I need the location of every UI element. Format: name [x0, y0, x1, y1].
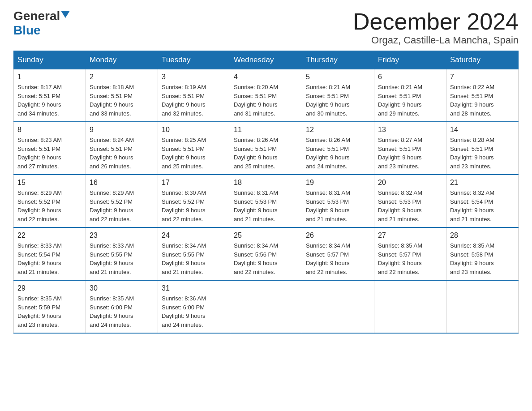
day-info: Sunrise: 8:34 AMSunset: 5:56 PMDaylight:… [234, 241, 298, 276]
day-number: 23 [90, 231, 154, 240]
week-row-4: 22Sunrise: 8:33 AMSunset: 5:54 PMDayligh… [14, 227, 519, 280]
week-row-1: 1Sunrise: 8:17 AMSunset: 5:51 PMDaylight… [14, 69, 519, 122]
day-number: 9 [90, 126, 154, 134]
day-number: 4 [234, 73, 298, 81]
calendar-cell: 26Sunrise: 8:34 AMSunset: 5:57 PMDayligh… [302, 227, 374, 280]
day-number: 22 [17, 231, 82, 240]
day-number: 21 [450, 179, 515, 187]
day-info: Sunrise: 8:34 AMSunset: 5:55 PMDaylight:… [162, 241, 226, 276]
calendar-cell: 3Sunrise: 8:19 AMSunset: 5:51 PMDaylight… [158, 69, 230, 122]
day-number: 30 [90, 284, 154, 292]
day-info: Sunrise: 8:24 AMSunset: 5:51 PMDaylight:… [90, 136, 154, 171]
week-row-2: 8Sunrise: 8:23 AMSunset: 5:51 PMDaylight… [14, 122, 519, 175]
calendar-cell [374, 280, 446, 333]
day-info: Sunrise: 8:27 AMSunset: 5:51 PMDaylight:… [378, 136, 442, 171]
calendar-cell: 19Sunrise: 8:31 AMSunset: 5:53 PMDayligh… [302, 175, 374, 227]
day-info: Sunrise: 8:33 AMSunset: 5:55 PMDaylight:… [90, 241, 154, 276]
day-number: 27 [378, 231, 442, 240]
calendar-cell: 31Sunrise: 8:36 AMSunset: 6:00 PMDayligh… [158, 280, 230, 333]
calendar-header: SundayMondayTuesdayWednesdayThursdayFrid… [14, 51, 519, 69]
day-number: 6 [378, 73, 442, 81]
logo-triangle-icon [61, 11, 70, 18]
day-number: 25 [234, 231, 298, 240]
logo: General Blue [13, 9, 70, 38]
calendar-table: SundayMondayTuesdayWednesdayThursdayFrid… [13, 51, 519, 334]
day-info: Sunrise: 8:29 AMSunset: 5:52 PMDaylight:… [17, 188, 82, 223]
title-block: December 2024 Orgaz, Castille-La Mancha,… [353, 9, 519, 46]
day-number: 5 [306, 73, 370, 81]
calendar-cell: 25Sunrise: 8:34 AMSunset: 5:56 PMDayligh… [230, 227, 302, 280]
day-info: Sunrise: 8:36 AMSunset: 6:00 PMDaylight:… [162, 294, 226, 329]
day-info: Sunrise: 8:32 AMSunset: 5:53 PMDaylight:… [378, 188, 442, 223]
day-number: 20 [378, 179, 442, 187]
day-number: 10 [162, 126, 226, 134]
day-number: 1 [17, 73, 82, 81]
calendar-cell: 13Sunrise: 8:27 AMSunset: 5:51 PMDayligh… [374, 122, 446, 175]
day-number: 19 [306, 179, 370, 187]
day-info: Sunrise: 8:28 AMSunset: 5:51 PMDaylight:… [450, 136, 515, 171]
day-number: 18 [234, 179, 298, 187]
day-info: Sunrise: 8:25 AMSunset: 5:51 PMDaylight:… [162, 136, 226, 171]
day-info: Sunrise: 8:32 AMSunset: 5:54 PMDaylight:… [450, 188, 515, 223]
week-row-3: 15Sunrise: 8:29 AMSunset: 5:52 PMDayligh… [14, 175, 519, 227]
day-info: Sunrise: 8:21 AMSunset: 5:51 PMDaylight:… [378, 83, 442, 118]
day-info: Sunrise: 8:20 AMSunset: 5:51 PMDaylight:… [234, 83, 298, 118]
calendar-cell [230, 280, 302, 333]
day-info: Sunrise: 8:18 AMSunset: 5:51 PMDaylight:… [90, 83, 154, 118]
day-info: Sunrise: 8:17 AMSunset: 5:51 PMDaylight:… [17, 83, 82, 118]
day-info: Sunrise: 8:35 AMSunset: 5:58 PMDaylight:… [450, 241, 515, 276]
day-number: 24 [162, 231, 226, 240]
day-number: 15 [17, 179, 82, 187]
col-header-monday: Monday [86, 51, 158, 69]
calendar-cell: 6Sunrise: 8:21 AMSunset: 5:51 PMDaylight… [374, 69, 446, 122]
calendar-cell: 1Sunrise: 8:17 AMSunset: 5:51 PMDaylight… [14, 69, 86, 122]
col-header-wednesday: Wednesday [230, 51, 302, 69]
day-info: Sunrise: 8:29 AMSunset: 5:52 PMDaylight:… [90, 188, 154, 223]
day-info: Sunrise: 8:26 AMSunset: 5:51 PMDaylight:… [234, 136, 298, 171]
day-info: Sunrise: 8:22 AMSunset: 5:51 PMDaylight:… [450, 83, 515, 118]
day-info: Sunrise: 8:35 AMSunset: 5:57 PMDaylight:… [378, 241, 442, 276]
day-number: 31 [162, 284, 226, 292]
logo-blue-text: Blue [13, 23, 41, 37]
col-header-thursday: Thursday [302, 51, 374, 69]
calendar-cell: 27Sunrise: 8:35 AMSunset: 5:57 PMDayligh… [374, 227, 446, 280]
day-info: Sunrise: 8:21 AMSunset: 5:51 PMDaylight:… [306, 83, 370, 118]
col-header-sunday: Sunday [14, 51, 86, 69]
day-info: Sunrise: 8:26 AMSunset: 5:51 PMDaylight:… [306, 136, 370, 171]
calendar-cell: 2Sunrise: 8:18 AMSunset: 5:51 PMDaylight… [86, 69, 158, 122]
location-title: Orgaz, Castille-La Mancha, Spain [353, 34, 519, 46]
calendar-cell: 30Sunrise: 8:35 AMSunset: 6:00 PMDayligh… [86, 280, 158, 333]
calendar-cell: 18Sunrise: 8:31 AMSunset: 5:53 PMDayligh… [230, 175, 302, 227]
day-number: 12 [306, 126, 370, 134]
month-title: December 2024 [353, 9, 519, 34]
week-row-5: 29Sunrise: 8:35 AMSunset: 5:59 PMDayligh… [14, 280, 519, 333]
day-number: 29 [17, 284, 82, 292]
calendar-cell: 29Sunrise: 8:35 AMSunset: 5:59 PMDayligh… [14, 280, 86, 333]
day-number: 16 [90, 179, 154, 187]
col-header-tuesday: Tuesday [158, 51, 230, 69]
calendar-cell: 12Sunrise: 8:26 AMSunset: 5:51 PMDayligh… [302, 122, 374, 175]
day-info: Sunrise: 8:31 AMSunset: 5:53 PMDaylight:… [306, 188, 370, 223]
calendar-cell [446, 280, 519, 333]
calendar-cell: 28Sunrise: 8:35 AMSunset: 5:58 PMDayligh… [446, 227, 519, 280]
logo-general-text: General [13, 9, 60, 23]
calendar-cell: 14Sunrise: 8:28 AMSunset: 5:51 PMDayligh… [446, 122, 519, 175]
calendar-cell: 17Sunrise: 8:30 AMSunset: 5:52 PMDayligh… [158, 175, 230, 227]
day-number: 11 [234, 126, 298, 134]
calendar-cell: 16Sunrise: 8:29 AMSunset: 5:52 PMDayligh… [86, 175, 158, 227]
day-info: Sunrise: 8:23 AMSunset: 5:51 PMDaylight:… [17, 136, 82, 171]
day-info: Sunrise: 8:30 AMSunset: 5:52 PMDaylight:… [162, 188, 226, 223]
calendar-cell: 7Sunrise: 8:22 AMSunset: 5:51 PMDaylight… [446, 69, 519, 122]
day-number: 3 [162, 73, 226, 81]
page-header: General Blue December 2024 Orgaz, Castil… [13, 9, 519, 46]
day-number: 2 [90, 73, 154, 81]
day-number: 13 [378, 126, 442, 134]
day-info: Sunrise: 8:19 AMSunset: 5:51 PMDaylight:… [162, 83, 226, 118]
day-number: 26 [306, 231, 370, 240]
day-number: 7 [450, 73, 515, 81]
calendar-cell: 9Sunrise: 8:24 AMSunset: 5:51 PMDaylight… [86, 122, 158, 175]
calendar-cell: 11Sunrise: 8:26 AMSunset: 5:51 PMDayligh… [230, 122, 302, 175]
day-number: 28 [450, 231, 515, 240]
col-header-saturday: Saturday [446, 51, 519, 69]
calendar-cell: 15Sunrise: 8:29 AMSunset: 5:52 PMDayligh… [14, 175, 86, 227]
